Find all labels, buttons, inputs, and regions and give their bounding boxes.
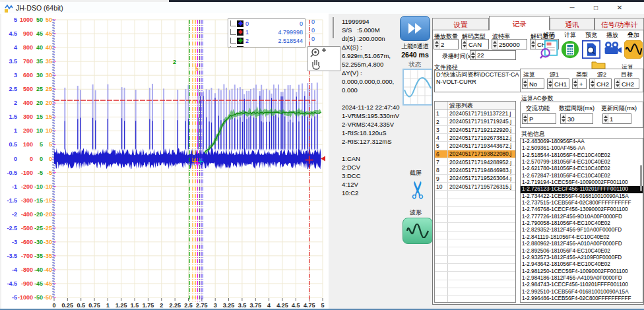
field-2-stepper[interactable]	[462, 40, 467, 49]
waveform-file-row[interactable]	[435, 296, 515, 303]
operation-field-2[interactable]: CH1	[547, 78, 569, 89]
waveform-button[interactable]	[402, 218, 433, 244]
waveform-file-row[interactable]: 82024051717194846983.j	[435, 166, 515, 174]
tab-2[interactable]: 记录	[489, 16, 550, 30]
can-frame-list[interactable]: 1-2.483069-180956F4-AA1-2.509361-100AF45…	[520, 138, 643, 303]
operation-field-2-stepper[interactable]	[548, 79, 553, 88]
list-scrollbar[interactable]	[640, 165, 642, 191]
ac-param-field-1-stepper[interactable]	[523, 114, 528, 123]
titlebar[interactable]: JH-DSO (64bit) ─ □ ✕	[0, 2, 644, 14]
waveform-file-row[interactable]	[435, 239, 515, 247]
waveform-file-row[interactable]	[435, 207, 515, 215]
can-frame-row[interactable]: 1-2.790058-181056F4-EC10C40E02	[521, 220, 643, 227]
can-frame-row[interactable]: 1-2.570799-181056F4-EC10C40E02	[521, 159, 643, 166]
record-time-stepper[interactable]	[470, 51, 476, 59]
operation-field-1-stepper[interactable]	[523, 79, 528, 88]
overlay-button[interactable]: 叠加	[624, 31, 643, 60]
ac-param-field-2-stepper[interactable]	[561, 114, 566, 123]
record-time-field[interactable]: 22	[470, 50, 516, 60]
tab-1[interactable]: 设置	[432, 18, 489, 30]
field-1[interactable]: 2	[434, 39, 459, 49]
can-frame-row[interactable]: 1-2.509361-100AF456-AA	[521, 145, 643, 152]
can-frame-row[interactable]: 1-2.621780-181056F4-EC10C40E02	[521, 166, 643, 172]
field-1-stepper[interactable]	[434, 40, 439, 49]
waveform-file-row[interactable]	[435, 247, 515, 255]
field-4-stepper[interactable]	[531, 40, 536, 49]
field-3-stepper[interactable]	[492, 40, 498, 49]
can-frame-row[interactable]: 1-2.829352-1812F456-9F10A00F0000FD	[521, 227, 643, 233]
operation-field-3-stepper[interactable]	[573, 79, 578, 88]
can-frame-row[interactable]: 1-2.981250-1CEC56F4-10090002FF001100	[521, 268, 643, 275]
operation-field-4[interactable]: CH2	[589, 78, 612, 89]
ac-param-field-3-stepper[interactable]	[603, 114, 608, 123]
waveform-file-row[interactable]: 92024051717195263064.j	[435, 175, 515, 183]
maximize-button[interactable]: □	[586, 3, 606, 13]
waveform-file-row[interactable]	[435, 256, 515, 264]
waveform-file-row[interactable]	[435, 264, 515, 272]
can-frame-row[interactable]: 1-2.719194-1CEC56F4-10090002FF001100	[521, 179, 643, 186]
legend-row[interactable]: 22.518544	[228, 36, 305, 45]
legend-row[interactable]: 14.799998	[228, 28, 305, 36]
field-3[interactable]: 250000	[492, 39, 527, 49]
chart-legend[interactable]: 0014.79999822.518544	[228, 18, 306, 47]
waveform-file-row[interactable]: 72024051717194288952.j	[435, 158, 515, 166]
waveform-file-row[interactable]	[435, 191, 515, 199]
calculator-button[interactable]: 计算	[561, 31, 579, 60]
field-2[interactable]: CAN	[461, 39, 489, 49]
play-button[interactable]: 播放	[603, 31, 622, 60]
waveform-file-row[interactable]: 102024051717195726315.j	[435, 183, 515, 191]
can-frame-row[interactable]: 1-2.746768-1CECF456-13090002FF001100	[521, 206, 643, 213]
waveform-file-row[interactable]	[435, 232, 515, 239]
tab-3[interactable]: 通讯	[550, 18, 595, 30]
decode-button[interactable]: 解码	[540, 31, 558, 60]
waveform-file-row[interactable]: 22024051717191719245.j	[435, 118, 515, 126]
can-frame-row[interactable]: 1-2.984186-1812F456-A4109A0F0000FD	[521, 275, 643, 282]
waveform-file-row[interactable]: 62024051717193822080.j	[435, 150, 515, 158]
can-frame-row[interactable]: 1-2.841119-181056F4-EC10C40E02	[521, 234, 643, 241]
can-frame-row[interactable]: 1-2.672847-181056F4-EC10C40E02	[521, 173, 643, 179]
minimize-button[interactable]: ─	[562, 3, 582, 13]
can-frame-row[interactable]: 1-2.737515-1CEB56F4-02C800FFFFFFFFFF	[521, 200, 643, 206]
waveform-file-row[interactable]: 12024051717191137221.j	[435, 109, 515, 117]
fast-forward-button[interactable]	[400, 16, 430, 41]
chart-scrollbar[interactable]	[333, 17, 334, 38]
ac-param-field-1[interactable]: P	[522, 113, 556, 124]
waveform-file-row[interactable]: 52024051717193443672.j	[435, 142, 515, 150]
waveform-file-row[interactable]: 42024051717192673812.j	[435, 134, 515, 142]
can-frame-row[interactable]: 1-2.932573-1812F456-A2109F0F0000FD	[521, 255, 643, 261]
waveform-file-row[interactable]	[435, 272, 515, 280]
operation-field-1[interactable]: No	[522, 78, 544, 89]
oscilloscope-chart[interactable]: 54.543.532.521.510.50-0.5-1-1.5-2-2.5-3-…	[1, 13, 329, 309]
waveform-file-row[interactable]	[435, 199, 515, 207]
can-frame-row[interactable]: 1-2.734422-1CEB56F4-016810010090A15A	[521, 193, 643, 200]
waveform-file-table[interactable]: 波形列表12024051717191137221.j22024051717191…	[434, 101, 516, 303]
waveform-file-row[interactable]	[435, 280, 515, 288]
waveform-file-row[interactable]	[435, 223, 515, 231]
can-frame-row[interactable]: 1-2.880962-1812F456-A010A00F0000FD	[521, 241, 643, 247]
operation-field-3[interactable]: +	[572, 78, 587, 89]
ac-param-field-3[interactable]: 1	[602, 113, 631, 124]
can-frame-row[interactable]: 1-2.996486-1CEB56F4-02C800FFFFFFFFFF	[521, 295, 643, 302]
tab-4[interactable]: 信号/功率计	[595, 18, 644, 30]
file-path-field[interactable]: D:\快速访问资料\DCCTEST-CAN-VOLT-CURR	[434, 70, 521, 92]
can-frame-row[interactable]: 1-2.992510-1CEB56F4-016810010090A15A	[521, 289, 643, 295]
can-frame-row[interactable]: 1-2.518544-181056F4-EC10C40E02	[521, 152, 643, 159]
chart-zoom-toolbar[interactable]	[307, 46, 340, 71]
legend-row[interactable]: 00	[228, 19, 305, 28]
waveform-file-row[interactable]	[435, 215, 515, 223]
operation-field-5[interactable]: CH2	[614, 78, 639, 89]
screenshot-button[interactable]: ✂	[404, 174, 433, 206]
ac-param-field-2[interactable]: 30	[560, 113, 593, 124]
operation-field-4-stepper[interactable]	[590, 79, 595, 88]
operation-field-5-stepper[interactable]	[615, 79, 620, 88]
can-frame-row[interactable]: 1-2.777726-1812F456-9D10A00F0000FD	[521, 214, 643, 220]
can-frame-row[interactable]: 1-2.483069-180956F4-AA	[521, 139, 643, 145]
can-frame-row[interactable]: 1-2.984743-1CECF456-110201FFFF001100	[521, 282, 643, 288]
waveform-plot[interactable]: 54.543.532.521.510.50-0.5-1-1.5-2-2.5-3-…	[1, 13, 329, 309]
can-frame-row[interactable]: 1-2.943642-181056F4-EC10C40E02	[521, 261, 643, 268]
waveform-file-row[interactable]: 32024051717192122920.j	[435, 126, 515, 134]
can-frame-row[interactable]: 1-2.726123-1CECF456-110201FFFF001100	[521, 186, 643, 193]
preview-button[interactable]: 预览	[582, 31, 600, 60]
close-button[interactable]: ✕	[610, 3, 629, 13]
can-frame-row[interactable]: 1-2.892506-181056F4-EC10C40E02	[521, 248, 643, 255]
